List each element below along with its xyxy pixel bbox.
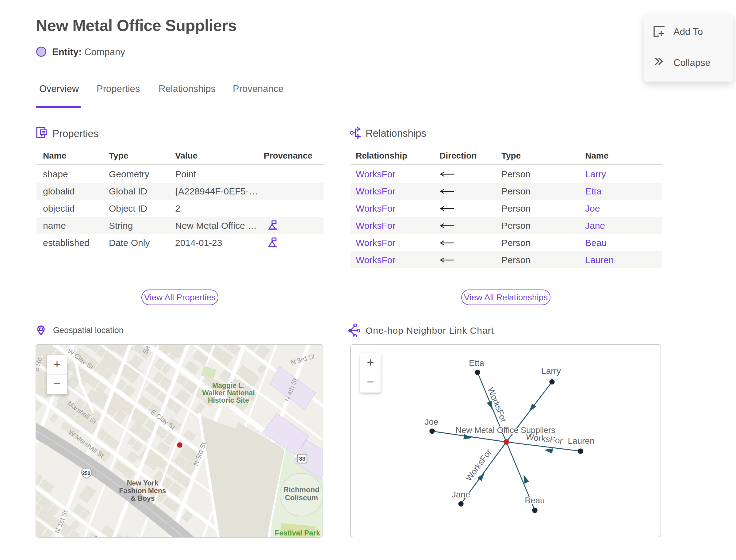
svg-text:Fashion Mens: Fashion Mens	[119, 487, 166, 495]
svg-text:Larry: Larry	[541, 366, 561, 376]
svg-text:Walker National: Walker National	[202, 389, 255, 397]
svg-text:250: 250	[82, 471, 90, 476]
svg-text:Coliseum: Coliseum	[285, 493, 318, 502]
svg-text:Jane: Jane	[452, 490, 470, 499]
svg-text:WorksFor: WorksFor	[525, 432, 563, 446]
svg-text:Etta: Etta	[469, 358, 484, 368]
svg-text:Lauren: Lauren	[568, 436, 594, 446]
svg-text:33: 33	[299, 455, 305, 462]
svg-text:New York: New York	[127, 479, 159, 487]
svg-text:Joe: Joe	[424, 417, 438, 427]
svg-text:& Boys: & Boys	[130, 494, 155, 502]
svg-text:Maggie L.: Maggie L.	[212, 382, 245, 389]
svg-text:Festival Park: Festival Park	[275, 529, 320, 537]
svg-text:Historic Site: Historic Site	[208, 396, 249, 404]
svg-text:Beau: Beau	[525, 496, 545, 505]
svg-text:Richmond: Richmond	[283, 485, 319, 494]
